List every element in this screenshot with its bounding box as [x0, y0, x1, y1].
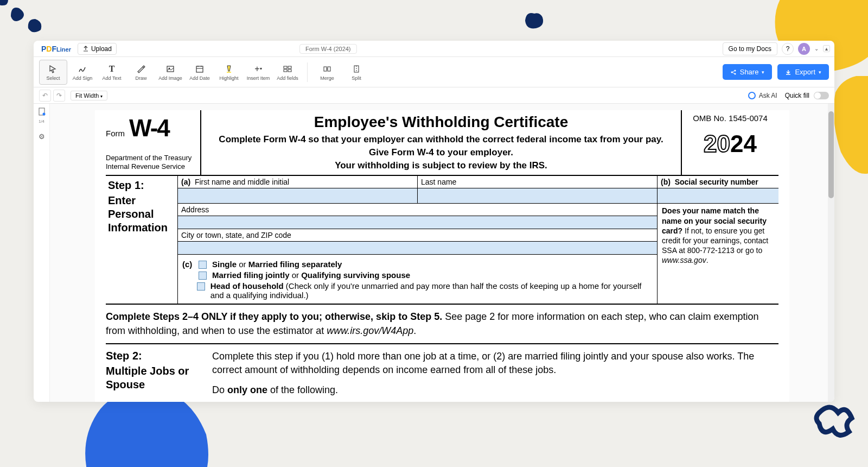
add-sign-tool[interactable]: Add Sign: [68, 60, 97, 85]
last-name-field[interactable]: [418, 188, 657, 203]
toolbar-separator: [307, 62, 308, 82]
instruction-block: Complete Steps 2–4 ONLY if they apply to…: [106, 305, 778, 344]
highlight-tool[interactable]: Highlight: [215, 60, 243, 85]
ask-ai-button[interactable]: Ask AI: [748, 92, 777, 99]
ssn-note: Does your name match the name on your so…: [658, 203, 778, 267]
account-chevron-icon[interactable]: ⌄: [814, 46, 819, 52]
logo[interactable]: PDFLiner: [41, 45, 71, 53]
single-checkbox[interactable]: [199, 261, 207, 269]
page-indicator: 1/4: [39, 119, 44, 124]
subbar: ↶ ↷ Fit Width ▾ Ask AI Quick fill: [34, 87, 834, 104]
toolbar: Select Add Sign TAdd Text Draw Add Image…: [34, 57, 834, 87]
decor-blob-r: [830, 76, 868, 185]
decor-blob-br: [814, 402, 857, 445]
filing-status-section: (c)Single or Married filing separately M…: [177, 254, 657, 304]
first-name-label: (a) First name and middle initial: [178, 176, 417, 188]
draw-tool[interactable]: Draw: [127, 60, 155, 85]
split-icon: [352, 64, 361, 74]
help-button[interactable]: ?: [782, 43, 794, 55]
scrollbar[interactable]: [828, 104, 834, 402]
form-subtitle: Complete Form W-4 so that your employer …: [207, 133, 675, 172]
add-text-tool[interactable]: TAdd Text: [98, 60, 126, 85]
avatar[interactable]: A: [798, 43, 810, 55]
share-button[interactable]: Share▾: [723, 64, 773, 80]
pages-icon[interactable]: [37, 107, 47, 117]
add-image-tool[interactable]: Add Image: [156, 60, 184, 85]
header-bar: PDFLiner Upload Form W-4 (2024) Go to my…: [34, 41, 834, 57]
add-date-tool[interactable]: Add Date: [186, 60, 214, 85]
select-tool[interactable]: Select: [39, 60, 67, 85]
address-field[interactable]: [178, 216, 657, 229]
insert-item-tool[interactable]: +▾Insert Item: [244, 60, 272, 85]
svg-rect-3: [227, 72, 231, 73]
last-name-label: Last name: [418, 176, 657, 188]
decor-blob-tl: [0, 0, 60, 43]
decor-blob-tc: [521, 11, 548, 33]
export-icon: [785, 69, 792, 75]
insert-icon: +▾: [254, 64, 261, 74]
form-label: Form: [106, 129, 125, 138]
undo-button[interactable]: ↶: [39, 90, 51, 102]
svg-rect-8: [324, 67, 327, 71]
draw-icon: [136, 64, 146, 74]
upload-label: Upload: [91, 45, 112, 53]
step1-title: Step 1:: [108, 179, 175, 192]
form-title: Employee's Withholding Certificate: [207, 113, 675, 131]
app-frame: PDFLiner Upload Form W-4 (2024) Go to my…: [34, 41, 834, 402]
city-field[interactable]: [178, 241, 657, 254]
svg-point-15: [42, 113, 45, 116]
document-viewport[interactable]: FormW-4 Department of the TreasuryIntern…: [50, 104, 834, 402]
highlight-icon: [224, 64, 234, 74]
merge-tool[interactable]: Merge: [313, 60, 341, 85]
step2-subtitle: Multiple Jobs or Spouse: [106, 364, 201, 392]
svg-rect-5: [288, 66, 291, 68]
ai-icon: [748, 92, 756, 99]
fields-icon: [283, 64, 292, 74]
upload-button[interactable]: Upload: [78, 43, 117, 55]
city-label: City or town, state, and ZIP code: [178, 229, 657, 241]
step1-section: Step 1: Enter Personal Information (a) F…: [106, 176, 778, 305]
step1-subtitle: Enter Personal Information: [108, 194, 175, 235]
text-icon: T: [109, 64, 115, 74]
settings-icon[interactable]: ⚙: [37, 131, 47, 141]
redo-button[interactable]: ↷: [53, 90, 65, 102]
step2-title: Step 2:: [106, 350, 201, 362]
address-label: Address: [178, 204, 657, 216]
form-w4-page: FormW-4 Department of the TreasuryIntern…: [95, 110, 789, 402]
step2-section: Step 2: Multiple Jobs or Spouse Complete…: [106, 344, 778, 402]
upload-icon: [82, 46, 89, 52]
goto-docs-button[interactable]: Go to my Docs: [723, 42, 777, 55]
sign-icon: [78, 64, 87, 74]
department-text: Department of the TreasuryInternal Reven…: [106, 154, 198, 172]
first-name-field[interactable]: [178, 188, 417, 203]
form-code: W-4: [129, 115, 169, 142]
omb-number: OMB No. 1545-0074: [685, 113, 775, 123]
share-icon: [730, 69, 737, 75]
menu-chevron-icon[interactable]: ▴: [823, 45, 830, 52]
form-header: FormW-4 Department of the TreasuryIntern…: [106, 110, 778, 176]
svg-rect-9: [328, 67, 330, 71]
ssn-field[interactable]: [658, 188, 778, 203]
svg-rect-7: [288, 70, 291, 72]
quick-fill-toggle: Quick fill: [785, 92, 829, 99]
mfj-checkbox[interactable]: [199, 272, 207, 280]
add-fields-tool[interactable]: Add fields: [273, 60, 302, 85]
split-tool[interactable]: Split: [342, 60, 371, 85]
tax-year: 2024: [685, 130, 775, 157]
date-icon: [195, 64, 205, 74]
svg-rect-2: [196, 66, 203, 72]
select-icon: [48, 64, 58, 74]
scroll-thumb[interactable]: [828, 111, 834, 198]
image-icon: [165, 64, 175, 74]
export-button[interactable]: Export▾: [777, 64, 829, 80]
ssn-label: (b) Social security number: [658, 176, 778, 188]
step2-text: Complete this step if you (1) hold more …: [212, 350, 778, 397]
svg-rect-4: [284, 66, 287, 68]
document-title[interactable]: Form W-4 (2024): [299, 44, 357, 54]
main-area: 1/4 ⚙ FormW-4 Department of the Treasury…: [34, 104, 834, 402]
hoh-checkbox[interactable]: [197, 282, 205, 291]
toggle-switch[interactable]: [814, 92, 829, 99]
zoom-select[interactable]: Fit Width ▾: [71, 91, 107, 100]
merge-icon: [322, 64, 332, 74]
svg-rect-6: [284, 70, 287, 72]
